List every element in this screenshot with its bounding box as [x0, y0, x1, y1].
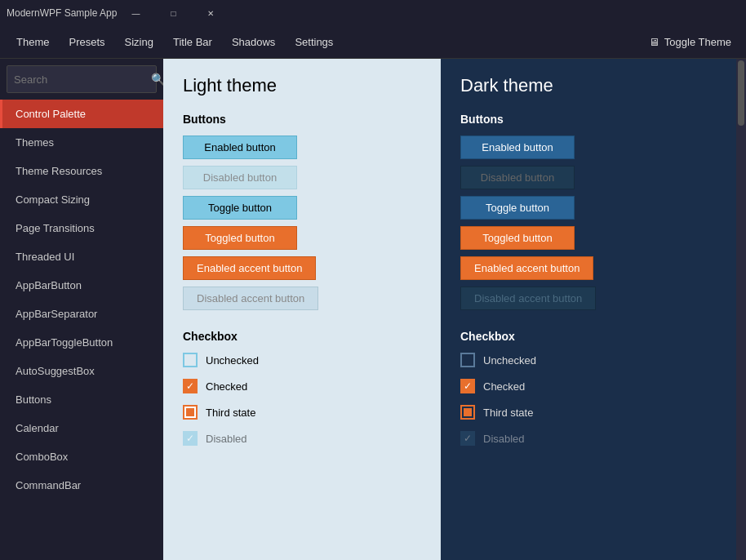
- sidebar-item-buttons[interactable]: Buttons: [0, 385, 163, 414]
- sidebar-item-calendar[interactable]: Calendar: [0, 414, 163, 442]
- dark-accent-button[interactable]: Enabled accent button: [460, 256, 593, 280]
- dark-checked-label: Checked: [483, 380, 525, 393]
- dark-disabled-cb-row: ✓ Disabled: [460, 431, 717, 446]
- toggle-theme-button[interactable]: 🖥 Toggle Theme: [641, 31, 739, 53]
- sidebar-item-themes[interactable]: Themes: [0, 128, 163, 157]
- light-unchecked-box[interactable]: [183, 353, 198, 367]
- light-buttons-heading: Buttons: [183, 113, 421, 126]
- light-checked-box[interactable]: ✓: [183, 379, 198, 393]
- light-accent-disabled-button: Disabled accent button: [183, 287, 318, 310]
- menu-right: 🖥 Toggle Theme: [641, 31, 739, 53]
- sidebar-scroll[interactable]: Control Palette Themes Theme Resources C…: [0, 100, 163, 560]
- sidebar-item-combobox[interactable]: ComboBox: [0, 442, 163, 471]
- light-unchecked-label: Unchecked: [206, 354, 259, 367]
- dark-unchecked-box[interactable]: [460, 353, 475, 367]
- app-title: ModernWPF Sample App: [7, 7, 117, 19]
- light-third-state-row: Third state: [183, 405, 421, 420]
- dark-disabled-button: Disabled button: [460, 166, 575, 189]
- sidebar-item-threaded-ui[interactable]: Threaded UI: [0, 242, 163, 271]
- minimize-button[interactable]: —: [117, 0, 154, 26]
- title-bar: ModernWPF Sample App — □ ✕: [0, 0, 746, 26]
- sidebar-item-control-palette[interactable]: Control Palette: [0, 100, 163, 128]
- dark-checkbox-heading: Checkbox: [460, 330, 717, 343]
- light-buttons-section: Buttons Enabled button Disabled button T…: [183, 113, 421, 310]
- dark-third-state-row: Third state: [460, 405, 717, 420]
- toggle-theme-label: Toggle Theme: [664, 36, 731, 48]
- content-area: Light theme Buttons Enabled button Disab…: [163, 59, 746, 560]
- search-icon: 🔍: [151, 73, 163, 86]
- window-controls: — □ ✕: [117, 0, 229, 26]
- dark-unchecked-row: Unchecked: [460, 353, 717, 367]
- dark-toggled-button[interactable]: Toggled button: [460, 226, 575, 250]
- sidebar-item-commandbar[interactable]: CommandBar: [0, 471, 163, 500]
- menu-settings[interactable]: Settings: [285, 31, 343, 53]
- menu-titlebar[interactable]: Title Bar: [163, 31, 222, 53]
- sidebar: 🔍 Control Palette Themes Theme Resources…: [0, 59, 163, 560]
- menu-theme[interactable]: Theme: [7, 31, 59, 53]
- sidebar-item-appbarbutton[interactable]: AppBarButton: [0, 271, 163, 300]
- search-input[interactable]: [14, 73, 151, 86]
- dark-accent-disabled-button: Disabled accent button: [460, 287, 596, 310]
- light-toggle-button[interactable]: Toggle button: [183, 196, 297, 220]
- close-button[interactable]: ✕: [192, 0, 229, 26]
- maximize-button[interactable]: □: [154, 0, 192, 26]
- sidebar-item-appbarseparator[interactable]: AppBarSeparator: [0, 300, 163, 328]
- menu-shadows[interactable]: Shadows: [222, 31, 285, 53]
- light-third-state-label: Third state: [206, 407, 255, 419]
- dark-theme-panel: Dark theme Buttons Enabled button Disabl…: [441, 59, 736, 560]
- menu-bar: Theme Presets Sizing Title Bar Shadows S…: [0, 26, 746, 59]
- dark-disabled-cb-box: ✓: [460, 431, 475, 446]
- dark-buttons-heading: Buttons: [460, 113, 717, 126]
- menu-sizing[interactable]: Sizing: [115, 31, 163, 53]
- light-disabled-cb-label: Disabled: [206, 433, 247, 445]
- light-checked-label: Checked: [206, 380, 247, 393]
- dark-toggle-button[interactable]: Toggle button: [460, 196, 575, 220]
- dark-disabled-cb-label: Disabled: [483, 433, 525, 445]
- light-disabled-button: Disabled button: [183, 166, 297, 189]
- dark-enabled-button[interactable]: Enabled button: [460, 136, 575, 159]
- scrollbar-track[interactable]: [736, 59, 746, 560]
- dark-third-state-box[interactable]: [460, 405, 475, 420]
- light-enabled-button[interactable]: Enabled button: [183, 136, 297, 159]
- dark-checked-row: ✓ Checked: [460, 379, 717, 393]
- light-checkbox-heading: Checkbox: [183, 330, 421, 343]
- dark-checked-box[interactable]: ✓: [460, 379, 475, 393]
- dark-buttons-section: Buttons Enabled button Disabled button T…: [460, 113, 717, 310]
- light-disabled-cb-row: ✓ Disabled: [183, 431, 421, 446]
- sidebar-item-compact-sizing[interactable]: Compact Sizing: [0, 185, 163, 214]
- dark-checkbox-section: Checkbox Unchecked ✓ Checked Third state…: [460, 330, 717, 446]
- search-box[interactable]: 🔍: [7, 65, 157, 93]
- light-toggled-button[interactable]: Toggled button: [183, 226, 297, 250]
- menu-presets[interactable]: Presets: [59, 31, 114, 53]
- sidebar-item-theme-resources[interactable]: Theme Resources: [0, 157, 163, 185]
- sidebar-item-autosuggestbox[interactable]: AutoSuggestBox: [0, 357, 163, 385]
- light-theme-panel: Light theme Buttons Enabled button Disab…: [163, 59, 441, 560]
- sidebar-item-appbartogglebutton[interactable]: AppBarToggleButton: [0, 328, 163, 357]
- main-layout: 🔍 Control Palette Themes Theme Resources…: [0, 59, 746, 560]
- light-checkbox-section: Checkbox Unchecked ✓ Checked Third state…: [183, 330, 421, 446]
- sidebar-item-page-transitions[interactable]: Page Transitions: [0, 214, 163, 242]
- dark-unchecked-label: Unchecked: [483, 354, 536, 367]
- light-disabled-cb-box: ✓: [183, 431, 198, 446]
- dark-third-state-label: Third state: [483, 407, 533, 419]
- light-checked-row: ✓ Checked: [183, 379, 421, 393]
- light-accent-button[interactable]: Enabled accent button: [183, 256, 316, 280]
- light-third-state-box[interactable]: [183, 405, 198, 420]
- light-theme-title: Light theme: [183, 75, 421, 96]
- scrollbar-thumb[interactable]: [738, 60, 744, 126]
- toggle-theme-icon: 🖥: [649, 36, 659, 48]
- dark-theme-title: Dark theme: [460, 75, 717, 96]
- light-unchecked-row: Unchecked: [183, 353, 421, 367]
